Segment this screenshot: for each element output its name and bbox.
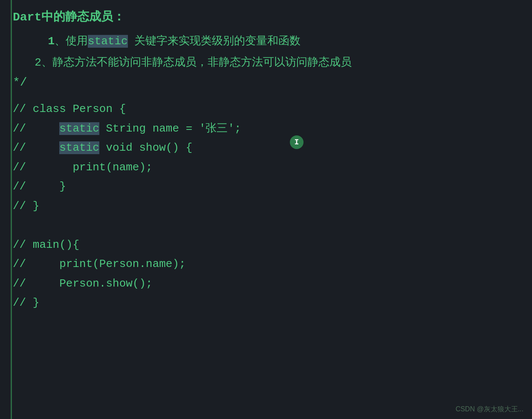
cursor-icon: I	[290, 135, 304, 149]
close-comment: */	[13, 76, 519, 89]
code-line-9: // Person.show();	[13, 274, 519, 294]
section-title: Dart中的静态成员：	[13, 9, 519, 25]
code-line-7: // main(){	[13, 235, 519, 255]
left-border	[11, 0, 12, 419]
point-1: 1、使用static 关键字来实现类级别的变量和函数	[13, 33, 519, 48]
point-2: 2、静态方法不能访问非静态成员，非静态方法可以访问静态成员	[13, 55, 519, 69]
watermark: CSDN @灰太狼大王...	[456, 405, 523, 414]
code-line-10: // }	[13, 293, 519, 313]
code-line-4: // print(name);	[13, 158, 519, 178]
point-1-suffix: 关键字来实现类级别的变量和函数	[128, 35, 301, 48]
point-1-number: 1、使用	[21, 35, 88, 48]
code-line-2: // static String name = '张三';	[13, 119, 519, 139]
code-line-1: // class Person {	[13, 100, 519, 119]
code-line-5: // }	[13, 177, 519, 197]
point-2-text: 2、静态方法不能访问非静态成员，非静态方法可以访问静态成员	[35, 56, 352, 69]
code-line-6: // }	[13, 197, 519, 216]
code-line-3: // static void show() {	[13, 138, 519, 158]
code-section: // class Person { // static String name …	[13, 100, 519, 313]
code-line-blank	[13, 216, 519, 235]
code-line-8: // print(Person.name);	[13, 255, 519, 274]
static-keyword-highlight: static	[88, 35, 128, 48]
